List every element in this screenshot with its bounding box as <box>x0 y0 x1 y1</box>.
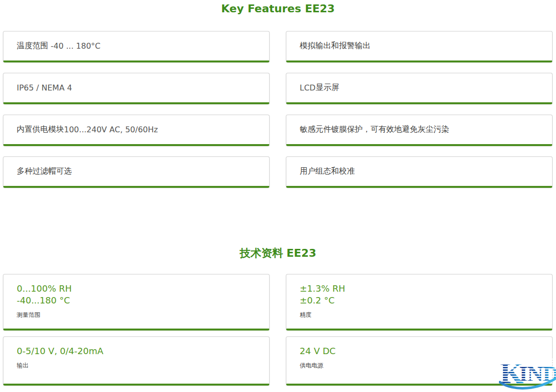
tech-value: ±1.3% RH <box>300 283 543 295</box>
page: Key Features EE23 温度范围 -40 ... 180°C 模拟输… <box>0 0 556 386</box>
feature-card-filter-caps: 多种过滤帽可选 <box>3 156 270 188</box>
feature-card-power-module: 内置供电模块 100...240V AC, 50/60Hz <box>3 115 270 146</box>
feature-card-sensor-coating: 敏感元件镀膜保护，可有效地避免灰尘污染 <box>286 115 553 146</box>
tech-label: 测量范围 <box>17 311 260 319</box>
feature-text-zh: 用户组态和校准 <box>300 166 355 177</box>
tech-value: 0...100% RH <box>17 283 260 295</box>
tech-value: ±0.2 °C <box>300 295 543 306</box>
tech-label: 输出 <box>17 362 260 370</box>
tech-value: -40...180 °C <box>17 295 260 306</box>
tech-card-output: 0-5/10 V, 0/4-20mA 输出 <box>3 336 270 386</box>
tech-card-measuring-range: 0...100% RH -40...180 °C 测量范围 <box>3 274 270 331</box>
feature-text-latin: IP65 / NEMA 4 <box>17 83 72 92</box>
tech-label: 精度 <box>300 311 543 319</box>
tech-section-title: 技术资料EE23 <box>0 247 556 259</box>
kind-logo: K IND <box>499 353 556 391</box>
features-section-title: Key Features EE23 <box>0 3 556 15</box>
feature-text-latin: 100...240V AC, 50/60Hz <box>64 125 158 134</box>
feature-text-zh: 模拟输出和报警输出 <box>300 41 371 51</box>
feature-card-ip65-nema4: IP65 / NEMA 4 <box>3 73 270 104</box>
feature-text-zh: 敏感元件镀膜保护，可有效地避免灰尘污染 <box>300 124 449 135</box>
tech-value: 0-5/10 V, 0/4-20mA <box>17 345 260 357</box>
feature-text-latin: LCD <box>300 83 315 92</box>
features-grid: 温度范围 -40 ... 180°C 模拟输出和报警输出 IP65 / NEMA… <box>0 31 556 188</box>
tech-title-zh: 技术资料 <box>240 247 283 259</box>
feature-text-zh: 多种过滤帽可选 <box>17 166 72 177</box>
tech-title-model: EE23 <box>286 247 316 259</box>
feature-card-analog-alarm-output: 模拟输出和报警输出 <box>286 31 553 62</box>
tech-card-accuracy: ±1.3% RH ±0.2 °C 精度 <box>286 274 553 331</box>
tech-grid: 0...100% RH -40...180 °C 测量范围 ±1.3% RH ±… <box>0 274 556 386</box>
feature-card-user-configuration: 用户组态和校准 <box>286 156 553 188</box>
feature-text-zh: 温度范围 <box>17 41 48 51</box>
feature-card-temperature-range: 温度范围 -40 ... 180°C <box>3 31 270 62</box>
feature-text-zh: 显示屏 <box>315 83 339 93</box>
feature-text-zh: 内置供电模块 <box>17 124 64 135</box>
feature-card-lcd-display: LCD 显示屏 <box>286 73 553 104</box>
feature-text-latin: -40 ... 180°C <box>51 41 100 51</box>
